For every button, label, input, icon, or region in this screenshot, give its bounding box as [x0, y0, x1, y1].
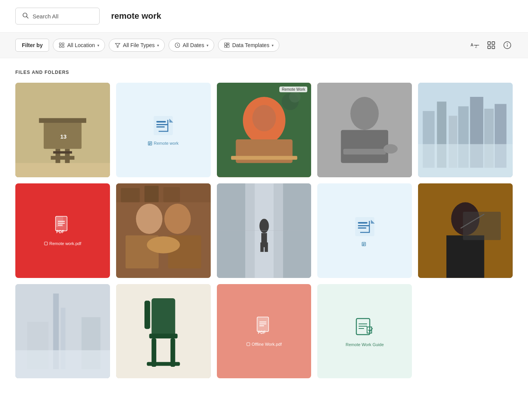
list-item[interactable] [116, 183, 211, 278]
svg-marker-6 [115, 43, 120, 47]
svg-rect-29 [15, 163, 110, 177]
svg-rect-85 [264, 242, 268, 252]
svg-rect-10 [227, 45, 229, 47]
templates-filter[interactable]: Data Templates ▾ [218, 39, 279, 52]
filter-icon [115, 42, 121, 48]
location-chevron: ▾ [97, 43, 99, 47]
list-item[interactable]: Remote Work [217, 83, 312, 177]
svg-rect-32 [156, 121, 166, 123]
svg-text:13: 13 [60, 134, 66, 140]
svg-rect-4 [59, 46, 61, 47]
list-item[interactable] [15, 284, 110, 379]
svg-rect-2 [59, 43, 61, 45]
list-item[interactable] [317, 83, 412, 177]
svg-rect-3 [62, 43, 64, 45]
svg-point-51 [384, 144, 398, 154]
svg-text:PDF: PDF [258, 330, 266, 335]
svg-rect-88 [358, 222, 367, 224]
list-item[interactable]: PDF Remote work.pdf [15, 183, 110, 278]
search-query: remote work [111, 11, 161, 21]
svg-rect-110 [149, 333, 177, 338]
templates-icon [224, 42, 230, 48]
filter-bar: Filter by All Location ▾ All File Types … [0, 33, 528, 58]
header: Search All remote work [0, 0, 528, 33]
svg-rect-120 [247, 343, 250, 346]
filter-by-label: Filter by [15, 39, 49, 52]
remote-work-guide-label: Remote Work Guide [346, 342, 384, 347]
grid-view-icon[interactable] [486, 40, 497, 51]
pdf-filename: Remote work.pdf [44, 241, 81, 246]
pdf-icon: PDF [54, 216, 71, 238]
svg-text:PDF: PDF [56, 230, 64, 234]
svg-rect-67 [44, 242, 48, 245]
pdf-salmon-icon: PDF [256, 316, 272, 339]
file-types-chevron: ▾ [157, 43, 159, 47]
list-item[interactable] [217, 183, 312, 278]
svg-rect-84 [260, 242, 264, 252]
svg-rect-87 [355, 217, 374, 236]
svg-point-82 [259, 219, 269, 233]
svg-rect-11 [225, 46, 226, 47]
list-item[interactable]: PDF Offline Work.pdf [217, 284, 312, 379]
svg-rect-113 [147, 362, 180, 366]
svg-point-69 [136, 204, 162, 234]
document-template-icon [152, 114, 175, 137]
svg-rect-17 [488, 46, 490, 49]
svg-point-42 [252, 105, 276, 131]
svg-rect-24 [39, 118, 86, 123]
list-item[interactable]: Remote Work Guide [317, 284, 412, 379]
svg-rect-18 [492, 46, 495, 49]
svg-rect-89 [358, 225, 369, 226]
sort-az-icon[interactable]: A Z [470, 40, 480, 51]
svg-rect-34 [156, 126, 165, 127]
file-types-filter[interactable]: All File Types ▾ [109, 39, 165, 52]
svg-point-48 [351, 97, 379, 130]
remote-work-badge: Remote Work [279, 87, 307, 92]
svg-rect-15 [488, 42, 490, 44]
svg-point-70 [164, 204, 191, 234]
svg-rect-33 [156, 124, 168, 125]
list-item[interactable] [116, 284, 211, 379]
dates-filter[interactable]: All Dates ▾ [169, 39, 214, 52]
file-types-label: All File Types [123, 42, 155, 48]
search-box[interactable]: Search All [15, 8, 100, 25]
lifeguard-illustration: 13 [15, 83, 110, 177]
location-icon [59, 42, 65, 48]
main-content: FILES AND FOLDERS 13 [0, 58, 528, 390]
clock-icon [174, 42, 180, 48]
list-item[interactable] [317, 183, 412, 278]
svg-rect-9 [227, 43, 229, 44]
file-grid: 13 Remote work [15, 83, 513, 378]
info-icon[interactable] [502, 40, 513, 51]
laptop-template-icon [353, 215, 376, 238]
svg-rect-50 [343, 149, 386, 155]
location-filter[interactable]: All Location ▾ [53, 39, 105, 52]
svg-rect-5 [62, 46, 64, 47]
svg-text:A: A [471, 43, 474, 47]
svg-rect-60 [418, 144, 513, 177]
svg-rect-99 [446, 235, 484, 278]
list-item[interactable]: 13 [15, 83, 110, 177]
svg-rect-31 [154, 116, 173, 135]
dates-chevron: ▾ [207, 43, 208, 47]
svg-rect-16 [492, 42, 495, 44]
svg-point-73 [147, 236, 180, 253]
svg-rect-49 [341, 130, 388, 163]
list-item[interactable]: Remote work [116, 83, 211, 177]
toolbar-icons: A Z [470, 40, 513, 51]
templates-label: Data Templates [232, 42, 269, 48]
svg-rect-77 [163, 187, 180, 202]
offline-pdf-filename: Offline Work.pdf [246, 342, 282, 346]
svg-rect-109 [151, 298, 175, 336]
laptop-template-label [362, 242, 367, 246]
remote-work-guide-icon [353, 315, 376, 338]
svg-point-46 [289, 91, 300, 103]
svg-rect-44 [231, 156, 297, 160]
template-label: Remote work [148, 141, 179, 145]
list-item[interactable] [418, 83, 513, 177]
svg-rect-8 [225, 43, 226, 45]
section-title: FILES AND FOLDERS [15, 70, 513, 75]
svg-line-1 [26, 16, 28, 18]
search-icon [22, 12, 29, 20]
list-item[interactable] [418, 183, 513, 278]
